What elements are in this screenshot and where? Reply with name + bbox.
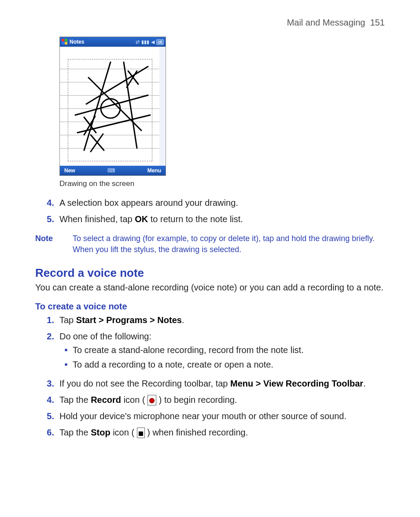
page-header: Mail and Messaging 151 (35, 18, 385, 28)
step-b1: 1. Tap Start > Programs > Notes. (35, 314, 385, 326)
device-bottombar: New ⌨ Menu (60, 166, 166, 175)
step-b5: 5. Hold your device's microphone near yo… (35, 410, 385, 422)
figure-device-screenshot: Notes ⇄ ▮▮▮ ◀ ok ▴ ▾ (59, 37, 385, 176)
step-number: 5. (35, 410, 59, 422)
ok-button[interactable]: ok (156, 39, 164, 45)
svg-point-10 (101, 99, 120, 118)
step-number: 1. (35, 314, 59, 326)
svg-rect-2 (62, 42, 64, 45)
step-number: 4. (35, 394, 59, 406)
svg-rect-3 (65, 42, 67, 45)
notes-canvas[interactable]: ▴ ▾ (60, 47, 166, 166)
steps-list-b: 1. Tap Start > Programs > Notes. 2. Do o… (35, 314, 385, 439)
bullet-icon: • (59, 344, 73, 356)
step-5: 5. When finished, tap OK to return to th… (35, 213, 385, 225)
section-intro: You can create a stand-alone recording (… (35, 282, 385, 294)
step-text: Tap Start > Programs > Notes. (59, 314, 385, 326)
subheading: To create a voice note (35, 301, 385, 312)
record-icon (147, 395, 156, 405)
step-b6: 6. Tap the Stop icon ( ) when finished r… (35, 427, 385, 439)
section-heading: Record a voice note (35, 266, 385, 280)
step-text: Do one of the following: •To create a st… (59, 331, 385, 373)
drawing-ink (60, 47, 159, 166)
device-frame: Notes ⇄ ▮▮▮ ◀ ok ▴ ▾ (59, 37, 166, 176)
step-text: If you do not see the Recording toolbar,… (59, 378, 385, 390)
keyboard-icon[interactable]: ⌨ (107, 167, 115, 174)
steps-list-a: 4. A selection box appears around your d… (35, 197, 385, 225)
note-label: Note (35, 233, 73, 255)
step-text: Hold your device's microphone near your … (59, 410, 385, 422)
page-number: 151 (370, 18, 385, 27)
app-title: Notes (70, 39, 84, 45)
step-b2: 2. Do one of the following: •To create a… (35, 331, 385, 373)
step-b3: 3. If you do not see the Recording toolb… (35, 378, 385, 390)
scroll-thumb[interactable] (159, 73, 165, 87)
chapter-title: Mail and Messaging (287, 18, 365, 27)
step-number: 6. (35, 427, 59, 439)
note-callout: Note To select a drawing (for example, t… (35, 233, 385, 255)
step-number: 2. (35, 331, 59, 373)
step-number: 3. (35, 378, 59, 390)
speaker-icon: ◀ (151, 39, 155, 45)
step-number: 5. (35, 213, 59, 225)
note-body: To select a drawing (for example, to cop… (73, 233, 385, 255)
bullet-item: •To create a stand-alone recording, reco… (59, 344, 385, 356)
windows-logo-icon (62, 39, 68, 45)
svg-rect-1 (65, 39, 67, 41)
step-b4: 4. Tap the Record icon ( ) to begin reco… (35, 394, 385, 406)
stop-icon (137, 428, 145, 438)
new-button[interactable]: New (64, 167, 75, 174)
bullet-item: •To add a recording to a note, create or… (59, 359, 385, 371)
step-text: Tap the Stop icon ( ) when finished reco… (59, 427, 385, 439)
step-text: A selection box appears around your draw… (59, 197, 385, 209)
step-text: Tap the Record icon ( ) to begin recordi… (59, 394, 385, 406)
bullet-list: •To create a stand-alone recording, reco… (59, 344, 385, 371)
step-number: 4. (35, 197, 59, 209)
step-text: When finished, tap OK to return to the n… (59, 213, 385, 225)
bullet-icon: • (59, 359, 73, 371)
signal-icon: ▮▮▮ (141, 39, 149, 45)
scroll-up-button[interactable]: ▴ (160, 47, 165, 52)
menu-button[interactable]: Menu (147, 167, 161, 174)
svg-rect-0 (62, 39, 64, 41)
device-titlebar: Notes ⇄ ▮▮▮ ◀ ok (60, 37, 166, 47)
step-4: 4. A selection box appears around your d… (35, 197, 385, 209)
scroll-down-button[interactable]: ▾ (160, 160, 165, 166)
connectivity-icon: ⇄ (136, 39, 140, 45)
figure-caption: Drawing on the screen (59, 179, 385, 188)
